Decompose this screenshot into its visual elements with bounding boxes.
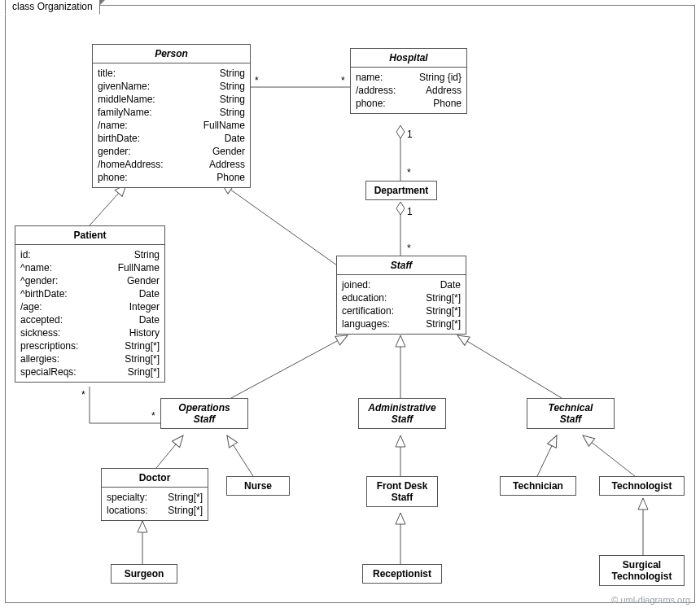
attr-name: education: bbox=[342, 291, 387, 304]
class-technician: Technician bbox=[500, 476, 576, 496]
attr-row: joined:Date bbox=[342, 278, 461, 291]
attr-name: title: bbox=[98, 67, 116, 80]
attr-name: /name: bbox=[98, 119, 128, 132]
class-hospital: Hospital name:String {id}/address:Addres… bbox=[350, 48, 467, 114]
attr-type: String[*] bbox=[426, 291, 461, 304]
class-title: Person bbox=[93, 45, 250, 63]
attr-type: FullName bbox=[203, 119, 245, 132]
attr-type: Integer bbox=[129, 300, 160, 313]
attr-name: joined: bbox=[342, 278, 370, 291]
class-surgical-technologist: Surgical Technologist bbox=[599, 555, 685, 586]
attr-row: birthDate:Date bbox=[98, 132, 245, 145]
class-title: Technologist bbox=[600, 477, 684, 495]
attr-type: String bbox=[220, 93, 245, 106]
class-attrs-patient: id:String^name:FullName^gender:Gender^bi… bbox=[15, 245, 164, 382]
attr-name: phone: bbox=[356, 97, 386, 110]
attr-row: /homeAddress:Address bbox=[98, 158, 245, 171]
attr-type: String[*] bbox=[125, 339, 160, 352]
attr-name: /age: bbox=[20, 300, 42, 313]
attr-row: languages:String[*] bbox=[342, 317, 461, 330]
class-title: Nurse bbox=[227, 477, 289, 495]
mult-hosp-dept-bot: * bbox=[407, 167, 411, 178]
attr-type: Phone bbox=[433, 97, 462, 110]
class-person: Person title:StringgivenName:Stringmiddl… bbox=[92, 44, 251, 188]
attr-row: title:String bbox=[98, 67, 245, 80]
attr-row: /age:Integer bbox=[20, 300, 160, 313]
attr-name: accepted: bbox=[20, 313, 63, 326]
attr-type: String {id} bbox=[419, 71, 462, 84]
attr-name: gender: bbox=[98, 145, 131, 158]
class-attrs-hospital: name:String {id}/address:Addressphone:Ph… bbox=[351, 68, 466, 113]
package-tab: class Organization bbox=[5, 0, 100, 15]
attr-name: /homeAddress: bbox=[98, 158, 164, 171]
attr-row: accepted:Date bbox=[20, 313, 160, 326]
attr-type: Address bbox=[426, 84, 462, 97]
attr-name: /address: bbox=[356, 84, 396, 97]
attr-row: ^name:FullName bbox=[20, 261, 160, 274]
attr-row: middleName:String bbox=[98, 93, 245, 106]
attr-row: gender:Gender bbox=[98, 145, 245, 158]
mult-hospital-side: * bbox=[341, 75, 345, 86]
attr-row: prescriptions:String[*] bbox=[20, 339, 160, 352]
attr-type: History bbox=[129, 326, 160, 339]
attr-row: id:String bbox=[20, 248, 160, 261]
watermark: © uml-diagrams.org bbox=[611, 595, 690, 605]
class-operations-staff: Operations Staff bbox=[160, 398, 248, 429]
attr-row: phone:Phone bbox=[356, 97, 462, 110]
attr-row: certification:String[*] bbox=[342, 304, 461, 317]
class-technical-staff: Technical Staff bbox=[527, 398, 615, 429]
attr-type: Date bbox=[225, 132, 245, 145]
class-surgeon: Surgeon bbox=[111, 564, 177, 584]
attr-name: sickness: bbox=[20, 326, 60, 339]
mult-patient-ops-left: * bbox=[81, 389, 85, 400]
attr-name: specialReqs: bbox=[20, 365, 77, 378]
attr-name: certification: bbox=[342, 304, 394, 317]
class-nurse: Nurse bbox=[226, 476, 290, 496]
attr-type: String bbox=[134, 248, 160, 261]
attr-type: Date bbox=[139, 287, 160, 300]
attr-name: locations: bbox=[107, 504, 148, 517]
class-patient: Patient id:String^name:FullName^gender:G… bbox=[15, 225, 165, 383]
attr-type: Date bbox=[440, 278, 461, 291]
attr-type: String[*] bbox=[426, 304, 461, 317]
attr-name: specialty: bbox=[107, 491, 147, 504]
class-title: Operations Staff bbox=[161, 399, 247, 428]
class-administrative-staff: Administrative Staff bbox=[358, 398, 446, 429]
class-attrs-doctor: specialty:String[*]locations:String[*] bbox=[102, 488, 208, 520]
class-doctor: Doctor specialty:String[*]locations:Stri… bbox=[101, 468, 208, 521]
mult-person-side: * bbox=[255, 75, 259, 86]
attr-row: phone:Phone bbox=[98, 171, 245, 184]
package-title: class Organization bbox=[12, 1, 93, 12]
class-title: Surgeon bbox=[112, 565, 177, 583]
class-receptionist: Receptionist bbox=[362, 564, 442, 584]
class-title: Administrative Staff bbox=[359, 399, 445, 428]
attr-name: ^birthDate: bbox=[20, 287, 68, 300]
class-title: Technical Staff bbox=[527, 399, 614, 428]
class-attrs-staff: joined:Dateeducation:String[*]certificat… bbox=[337, 275, 466, 334]
attr-type: Gender bbox=[127, 274, 160, 287]
attr-type: String[*] bbox=[168, 504, 203, 517]
attr-type: Gender bbox=[212, 145, 245, 158]
attr-type: String bbox=[220, 106, 245, 119]
attr-row: name:String {id} bbox=[356, 71, 462, 84]
class-title: Doctor bbox=[102, 469, 208, 488]
attr-name: name: bbox=[356, 71, 383, 84]
attr-type: Phone bbox=[217, 171, 245, 184]
attr-name: id: bbox=[20, 248, 31, 261]
attr-row: ^gender:Gender bbox=[20, 274, 160, 287]
attr-row: specialReqs:Sring[*] bbox=[20, 365, 160, 378]
class-title: Hospital bbox=[351, 49, 466, 68]
attr-row: allergies:String[*] bbox=[20, 352, 160, 365]
attr-type: FullName bbox=[118, 261, 160, 274]
tab-corner-icon bbox=[99, 0, 106, 6]
attr-row: /address:Address bbox=[356, 84, 462, 97]
class-title: Patient bbox=[15, 226, 164, 245]
attr-name: givenName: bbox=[98, 80, 150, 93]
mult-dept-staff-top: 1 bbox=[407, 206, 413, 217]
attr-name: familyName: bbox=[98, 106, 152, 119]
attr-row: locations:String[*] bbox=[107, 504, 203, 517]
attr-name: phone: bbox=[98, 171, 128, 184]
attr-type: String[*] bbox=[426, 317, 461, 330]
class-attrs-person: title:StringgivenName:StringmiddleName:S… bbox=[93, 63, 250, 187]
attr-row: ^birthDate:Date bbox=[20, 287, 160, 300]
